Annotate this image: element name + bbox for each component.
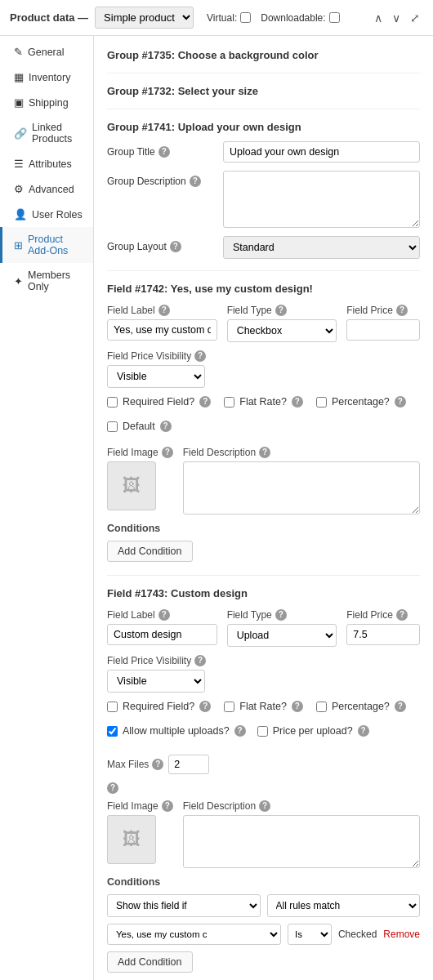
field-1742-default-help[interactable]: ? (160, 421, 172, 432)
field-1743-type-help[interactable]: ? (275, 609, 287, 621)
group-layout-help[interactable]: ? (170, 241, 181, 252)
sidebar-item-label: Inventory (29, 72, 70, 83)
field-1742-label-label: Field Label ? (107, 305, 217, 316)
group-title-label: Group Title ? (107, 146, 213, 158)
sidebar-item-label: Shipping (29, 97, 69, 109)
field-1743-desc-label: Field Description ? (183, 800, 420, 812)
field-1743-percentage-help[interactable]: ? (395, 701, 406, 712)
field-1742-desc-label: Field Description ? (183, 447, 420, 458)
field-1743-required-checkbox[interactable] (107, 702, 118, 712)
field-1742-visibility-select[interactable]: Visible Hidden (107, 365, 205, 388)
field-1742-required-checkbox[interactable] (107, 397, 118, 408)
field-1742-label-help[interactable]: ? (158, 305, 170, 316)
field-1743-percentage-checkbox[interactable] (316, 702, 327, 712)
sidebar-item-linked-products[interactable]: 🔗 Linked Products (0, 115, 93, 151)
field-1742-flatrate-row[interactable]: Flat Rate? ? (224, 396, 303, 408)
group-1735-heading: Group #1735: Choose a background color (107, 49, 420, 61)
field-1743-desc-help[interactable]: ? (259, 800, 270, 812)
field-1743-price-per-upload-row[interactable]: Price per upload? ? (257, 725, 369, 737)
downloadable-checkbox[interactable] (329, 12, 340, 23)
linked-products-icon: 🔗 (14, 127, 27, 140)
field-1742-required-row[interactable]: Required Field? ? (107, 396, 211, 408)
sidebar-item-product-addons[interactable]: ⊞ Product Add-Ons (0, 227, 93, 263)
product-type-select[interactable]: Simple product (95, 7, 194, 29)
field-1742-required-help[interactable]: ? (199, 396, 211, 408)
field-1743-label-input[interactable] (107, 624, 217, 645)
field-1742-default-row[interactable]: Default ? (107, 421, 172, 432)
field-1743-price-help[interactable]: ? (396, 609, 408, 621)
field-1742-image-placeholder[interactable]: 🖼 (107, 461, 156, 510)
field-1742-type-label: Field Type ? (227, 305, 337, 316)
field-1742-conditions-label: Conditions (107, 523, 420, 534)
field-1742-visibility-help[interactable]: ? (194, 350, 206, 362)
condition-field-select[interactable]: Yes, use my custom c (107, 924, 281, 945)
field-1742-image-help[interactable]: ? (162, 447, 173, 458)
sidebar-item-advanced[interactable]: ⚙ Advanced (0, 176, 93, 202)
sidebar-item-inventory[interactable]: ▦ Inventory (0, 65, 93, 90)
sidebar-item-label: Advanced (29, 184, 74, 195)
field-1743-add-condition-button[interactable]: Add Condition (107, 951, 193, 973)
field-1742-price-help[interactable]: ? (396, 305, 408, 316)
field-1743-percentage-row[interactable]: Percentage? ? (316, 701, 406, 712)
product-data-label: Product data — (10, 11, 88, 24)
field-1743-image-help[interactable]: ? (162, 800, 173, 812)
field-1742-type-select[interactable]: Checkbox Text Select Upload (227, 319, 337, 342)
field-1743-price-per-upload-help[interactable]: ? (358, 725, 369, 737)
field-1743-flatrate-row[interactable]: Flat Rate? ? (224, 701, 303, 712)
field-1743-allow-multiple-help[interactable]: ? (234, 725, 246, 737)
group-layout-select[interactable]: Standard Grid List (223, 236, 420, 259)
field-1743-label-help[interactable]: ? (158, 609, 170, 621)
group-title-input[interactable] (223, 141, 420, 163)
field-1742-percentage-checkbox[interactable] (316, 397, 327, 408)
group-desc-textarea[interactable] (223, 171, 420, 228)
field-1742-percentage-help[interactable]: ? (395, 396, 406, 408)
sidebar-item-shipping[interactable]: ▣ Shipping (0, 90, 93, 115)
attributes-icon: ☰ (14, 158, 24, 170)
up-arrow-button[interactable]: ∧ (371, 10, 386, 26)
field-1743-flatrate-help[interactable]: ? (292, 701, 303, 712)
show-field-if-select[interactable]: Show this field if (107, 894, 261, 917)
field-1743-price-per-upload-checkbox[interactable] (257, 726, 268, 737)
field-1743-visibility-help[interactable]: ? (194, 655, 206, 666)
field-1742-label-input[interactable] (107, 319, 217, 341)
field-1742-default-checkbox[interactable] (107, 421, 118, 432)
field-1743-flatrate-checkbox[interactable] (224, 702, 234, 712)
down-arrow-button[interactable]: ∨ (389, 10, 404, 26)
field-1742-add-condition-button[interactable]: Add Condition (107, 541, 193, 562)
sidebar-item-attributes[interactable]: ☰ Attributes (0, 151, 93, 176)
condition-remove-link[interactable]: Remove (383, 929, 420, 940)
field-1743-extra-help[interactable]: ? (107, 782, 118, 794)
field-1743-desc-textarea[interactable] (183, 815, 420, 868)
field-1743-visibility-select[interactable]: Visible Hidden (107, 670, 205, 693)
inventory-icon: ▦ (14, 71, 24, 83)
field-1743-required-help[interactable]: ? (199, 701, 211, 712)
field-1743-required-row[interactable]: Required Field? ? (107, 701, 211, 712)
field-1743-price-label: Field Price ? (346, 609, 420, 621)
field-1743-type-label: Field Type ? (227, 609, 337, 621)
field-1742-price-input[interactable] (346, 319, 420, 341)
sidebar-item-members-only[interactable]: ✦ Members Only (0, 263, 93, 299)
field-1743-allow-multiple-row[interactable]: Allow multiple uploads? ? (107, 725, 246, 737)
advanced-icon: ⚙ (14, 183, 24, 195)
field-1742-percentage-row[interactable]: Percentage? ? (316, 396, 406, 408)
field-1743-image-placeholder[interactable]: 🖼 (107, 815, 156, 864)
field-1742-flatrate-checkbox[interactable] (224, 397, 234, 408)
all-rules-select[interactable]: All rules match (267, 894, 421, 917)
sidebar-item-user-roles[interactable]: 👤 User Roles (0, 202, 93, 227)
field-1743-maxfiles-input[interactable] (168, 755, 209, 774)
expand-button[interactable]: ⤢ (407, 10, 423, 26)
group-desc-help[interactable]: ? (190, 176, 201, 187)
virtual-checkbox[interactable] (240, 12, 251, 23)
field-1743-allow-multiple-checkbox[interactable] (107, 726, 118, 737)
field-1742-desc-help[interactable]: ? (259, 447, 270, 458)
condition-operator-select[interactable]: Is Is not (288, 924, 332, 945)
field-1742-type-help[interactable]: ? (275, 305, 287, 316)
field-1743-price-input[interactable] (346, 624, 420, 645)
sidebar-item-general[interactable]: ✎ General (0, 39, 93, 65)
field-1742-flatrate-help[interactable]: ? (292, 396, 303, 408)
group-title-help[interactable]: ? (158, 146, 170, 158)
field-1743-type-select[interactable]: Checkbox Text Select Upload (227, 624, 337, 647)
field-1742-image-desc-row: Field Image ? 🖼 Field Description ? (107, 447, 420, 514)
field-1743-maxfiles-help[interactable]: ? (152, 759, 163, 770)
field-1742-desc-textarea[interactable] (183, 461, 420, 514)
